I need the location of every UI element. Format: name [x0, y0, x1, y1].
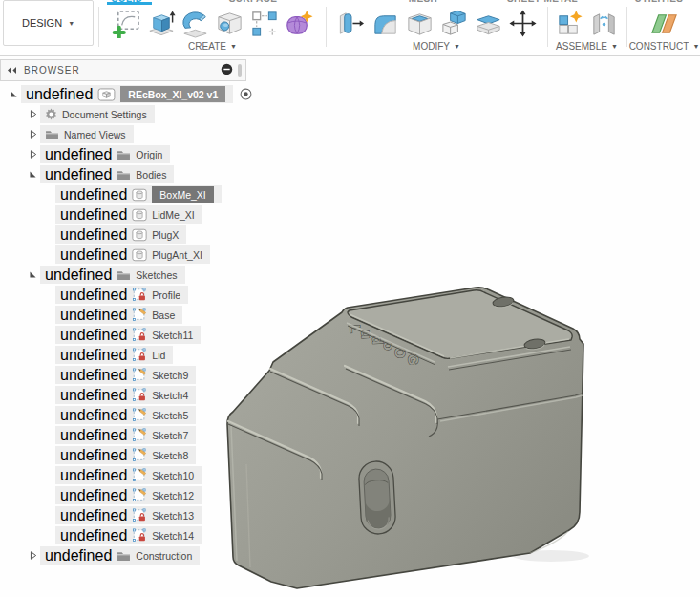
- tab-mesh[interactable]: MESH: [409, 0, 438, 4]
- tree-row-plugant-xi[interactable]: undefinedPlugAnt_XI: [0, 245, 252, 265]
- sketch-locked-icon: [132, 348, 147, 362]
- visibility-on-icon[interactable]: undefined: [45, 166, 112, 183]
- shell-button[interactable]: [402, 5, 436, 41]
- visibility-off-icon[interactable]: undefined: [60, 347, 127, 364]
- tree-row-pill: undefinedREcBox_XI_v02 v1: [21, 85, 233, 103]
- split-body-button[interactable]: [471, 5, 505, 41]
- visibility-off-icon[interactable]: undefined: [60, 407, 127, 424]
- visibility-on-icon[interactable]: undefined: [60, 186, 127, 203]
- group-label-modify[interactable]: MODIFY▼: [413, 41, 460, 52]
- tree-row-pill: undefinedBase: [55, 306, 182, 324]
- visibility-on-icon[interactable]: undefined: [26, 86, 93, 103]
- offset-plane-button[interactable]: [647, 5, 682, 41]
- collapse-arrow-icon[interactable]: [25, 269, 40, 280]
- visibility-off-icon[interactable]: undefined: [60, 527, 127, 544]
- extrude-button[interactable]: [144, 5, 179, 41]
- tree-row-sketch9[interactable]: undefinedSketch9: [0, 365, 252, 385]
- visibility-off-icon[interactable]: undefined: [60, 487, 127, 504]
- tree-row-pill: undefinedSketch10: [55, 466, 202, 484]
- tree-row-lid[interactable]: undefinedLid: [0, 345, 252, 365]
- workspace-selector[interactable]: DESIGN ▼: [3, 0, 94, 46]
- visibility-on-icon[interactable]: undefined: [45, 547, 112, 565]
- tree-row-lidme-xi[interactable]: undefinedLidMe_XI: [0, 204, 252, 224]
- visibility-off-icon[interactable]: undefined: [60, 327, 127, 344]
- tree-row-pill: undefinedPlugX: [55, 225, 186, 244]
- tree-row-sketch7[interactable]: undefinedSketch7: [0, 425, 252, 445]
- expand-arrow-icon[interactable]: [25, 550, 40, 561]
- visibility-off-icon[interactable]: undefined: [60, 307, 127, 324]
- toolbar-divider: [626, 7, 627, 47]
- create-form-button[interactable]: [282, 5, 316, 41]
- tree-row-document-settings[interactable]: Document Settings: [0, 104, 252, 124]
- tree-row-base[interactable]: undefinedBase: [0, 305, 252, 325]
- group-label-create[interactable]: CREATE▼: [188, 41, 237, 52]
- fillet-button[interactable]: [368, 5, 402, 41]
- tree-row-origin[interactable]: undefinedOrigin: [0, 144, 252, 164]
- create-sketch-button[interactable]: [110, 5, 144, 41]
- visibility-on-icon[interactable]: undefined: [60, 206, 127, 224]
- visibility-off-icon[interactable]: undefined: [60, 367, 127, 384]
- move-copy-button[interactable]: [505, 5, 540, 41]
- sketch-locked-icon: [132, 528, 147, 543]
- combine-button[interactable]: [436, 5, 471, 41]
- visibility-off-icon[interactable]: undefined: [60, 246, 127, 264]
- new-component-button[interactable]: [553, 5, 587, 41]
- viewport-canvas[interactable]: LudoOG BROWSER: [0, 56, 700, 597]
- activate-component-radio[interactable]: [240, 88, 252, 100]
- tree-row-sketch8[interactable]: undefinedSketch8: [0, 445, 252, 465]
- tab-utilities[interactable]: UTILITIES: [635, 0, 684, 4]
- tree-row-sketch4[interactable]: undefinedSketch4: [0, 385, 252, 405]
- collapse-panel-icon[interactable]: [7, 66, 17, 75]
- browser-panel-header[interactable]: BROWSER: [0, 59, 246, 81]
- hole-button[interactable]: [213, 5, 247, 41]
- visibility-off-icon[interactable]: undefined: [60, 387, 127, 404]
- visibility-off-icon[interactable]: undefined: [60, 427, 127, 444]
- model-3d-body[interactable]: LudoOG: [215, 281, 597, 597]
- group-label-construct[interactable]: CONSTRUCT▼: [629, 41, 700, 52]
- expand-arrow-icon[interactable]: [25, 109, 40, 119]
- toolbar-divider: [326, 7, 327, 47]
- tree-row-sketch10[interactable]: undefinedSketch10: [0, 465, 252, 485]
- tree-row-boxme-xi[interactable]: undefinedBoxMe_XI: [0, 184, 252, 204]
- tree-row-pill: undefinedLidMe_XI: [55, 205, 202, 224]
- create-form-icon: [284, 9, 313, 38]
- tree-row-sketches[interactable]: undefinedSketches: [0, 265, 252, 285]
- group-label-assemble[interactable]: ASSEMBLE▼: [556, 41, 618, 52]
- tree-row-plugx[interactable]: undefinedPlugX: [0, 224, 252, 245]
- tree-row-profile[interactable]: undefinedProfile: [0, 285, 252, 305]
- sketch-locked-icon: [132, 388, 147, 402]
- revolve-button[interactable]: [179, 5, 213, 41]
- tab-sheet-metal[interactable]: SHEET METAL: [507, 0, 578, 4]
- tab-surface[interactable]: SURFACE: [229, 0, 278, 4]
- slot-recess[interactable]: [358, 460, 396, 535]
- collapse-arrow-icon[interactable]: [25, 169, 40, 180]
- visibility-off-icon[interactable]: undefined: [60, 467, 127, 484]
- expand-arrow-icon[interactable]: [25, 129, 40, 139]
- collapse-arrow-icon[interactable]: [6, 89, 21, 99]
- tree-row-sketch14[interactable]: undefinedSketch14: [0, 525, 252, 545]
- visibility-off-icon[interactable]: undefined: [60, 226, 127, 244]
- scrollbar-thumb[interactable]: [238, 64, 242, 77]
- tree-row-named-views[interactable]: Named Views: [0, 124, 252, 144]
- visibility-off-icon[interactable]: undefined: [45, 146, 112, 163]
- visibility-off-icon[interactable]: undefined: [60, 447, 127, 464]
- visibility-off-icon[interactable]: undefined: [60, 287, 127, 304]
- joint-button[interactable]: [587, 5, 622, 41]
- tree-row-recbox-xi-v02-v1[interactable]: undefinedREcBox_XI_v02 v1: [0, 84, 252, 104]
- rectangular-pattern-button[interactable]: [247, 5, 282, 41]
- tree-row-pill: undefinedSketches: [40, 266, 185, 284]
- tree-row-sketch5[interactable]: undefinedSketch5: [0, 405, 252, 425]
- top-toolbar: SOLIDSURFACEMESHSHEET METALUTILITIES DES…: [0, 0, 700, 56]
- visibility-off-icon[interactable]: undefined: [60, 507, 127, 524]
- active-tab-underline: [107, 2, 152, 5]
- expand-arrow-icon[interactable]: [25, 149, 40, 160]
- tree-row-sketch11[interactable]: undefinedSketch11: [0, 325, 252, 345]
- tree-row-pill: undefinedSketch4: [55, 386, 196, 404]
- tree-row-construction[interactable]: undefinedConstruction: [0, 545, 252, 565]
- tree-row-bodies[interactable]: undefinedBodies: [0, 164, 252, 184]
- visibility-on-icon[interactable]: undefined: [45, 267, 112, 284]
- press-pull-button[interactable]: [333, 5, 368, 41]
- tree-row-sketch13[interactable]: undefinedSketch13: [0, 505, 252, 525]
- display-settings-icon[interactable]: [221, 62, 233, 79]
- tree-row-sketch12[interactable]: undefinedSketch12: [0, 485, 252, 505]
